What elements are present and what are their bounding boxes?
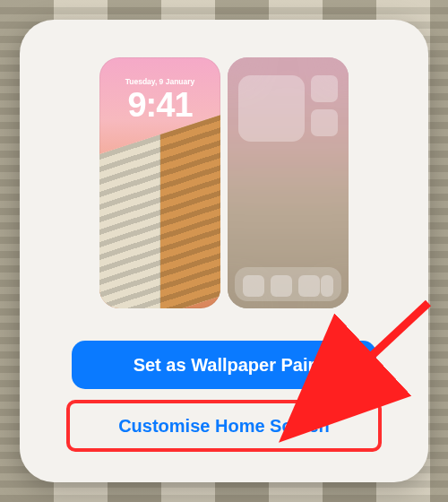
home-icon-placeholder <box>311 75 338 102</box>
lock-wallpaper-image <box>99 115 220 308</box>
wallpaper-preview-row: Tuesday, 9 January 9:41 <box>99 57 349 308</box>
home-icon-placeholder <box>311 109 338 136</box>
dock-icon-placeholder <box>298 275 320 297</box>
lock-screen-preview: Tuesday, 9 January 9:41 <box>99 57 220 308</box>
button-label: Set as Wallpaper Pair <box>134 355 315 376</box>
customise-home-screen-button[interactable]: Customise Home Screen <box>72 402 376 450</box>
dock-icon-placeholder <box>271 275 292 297</box>
set-as-wallpaper-pair-button[interactable]: Set as Wallpaper Pair <box>72 341 376 389</box>
home-screen-preview <box>228 57 349 308</box>
dock-icon-placeholder <box>321 275 333 297</box>
wallpaper-set-sheet: Tuesday, 9 January 9:41 Set as Wallpaper… <box>20 20 428 482</box>
lock-screen-time: 9:41 <box>99 86 220 125</box>
button-label: Customise Home Screen <box>118 416 330 437</box>
dock-icon-placeholder <box>243 275 264 297</box>
home-widget-placeholder <box>238 75 305 142</box>
lock-screen-date: Tuesday, 9 January <box>99 77 220 86</box>
